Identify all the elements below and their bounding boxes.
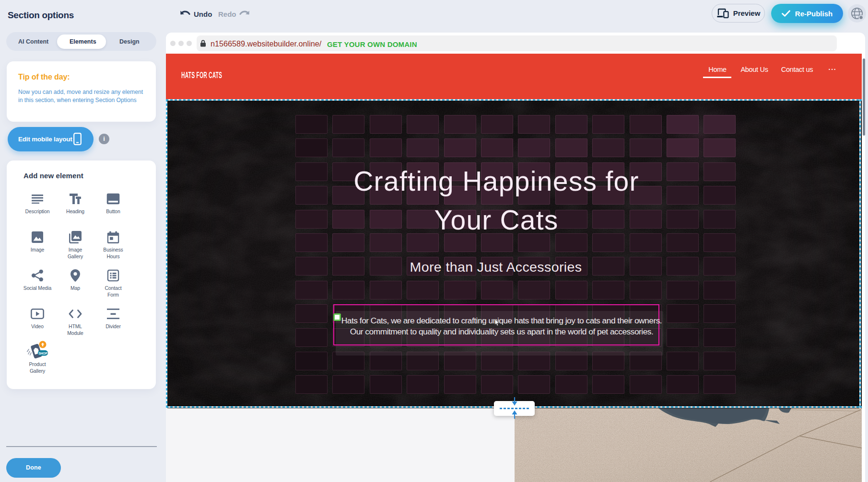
svg-text:SHOP: SHOP	[38, 352, 47, 355]
